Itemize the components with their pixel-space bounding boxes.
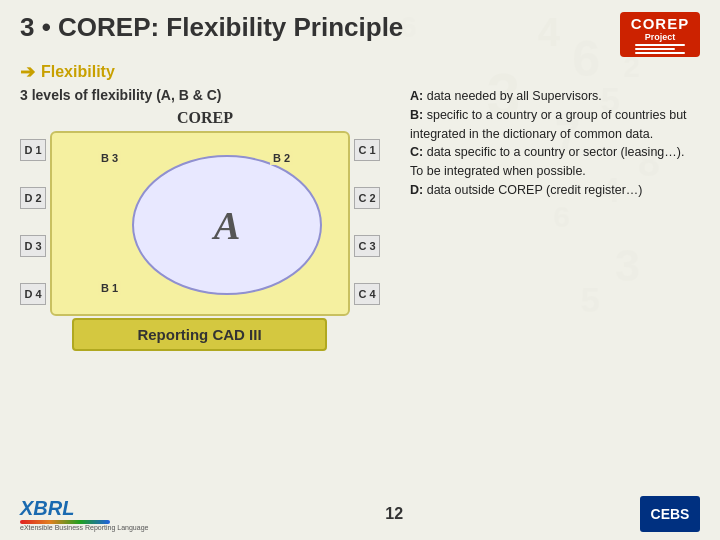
page-content: 3 • COREP: Flexibility Principle COREP P… bbox=[0, 0, 720, 361]
header: 3 • COREP: Flexibility Principle COREP P… bbox=[20, 12, 700, 57]
d3-label: D 3 bbox=[20, 235, 46, 257]
flexibility-diagram: A B 3 B 2 B 1 D 1 D 2 D 3 D 4 C 1 bbox=[20, 131, 380, 351]
d-text-label: D: bbox=[410, 183, 423, 197]
section-heading: 3 levels of flexibility (A, B & C) bbox=[20, 87, 390, 103]
page-number: 12 bbox=[385, 505, 403, 523]
arrow-icon: ➔ bbox=[20, 61, 35, 83]
c-labels: C 1 C 2 C 3 C 4 bbox=[354, 139, 380, 305]
xbrl-logo: XBRL eXtensible Business Reporting Langu… bbox=[20, 497, 148, 531]
b-text-label: B: bbox=[410, 108, 423, 122]
b1-label: B 1 bbox=[98, 281, 121, 295]
a-label: A bbox=[214, 202, 241, 249]
corep-logo: COREP Project bbox=[620, 12, 700, 57]
page-title: 3 • COREP: Flexibility Principle bbox=[20, 12, 403, 43]
c4-label: C 4 bbox=[354, 283, 380, 305]
footer: XBRL eXtensible Business Reporting Langu… bbox=[0, 496, 720, 532]
corep-logo-sub: Project bbox=[645, 32, 676, 42]
d2-label: D 2 bbox=[20, 187, 46, 209]
cebs-logo: CEBS bbox=[640, 496, 700, 532]
c3-label: C 3 bbox=[354, 235, 380, 257]
c1-label: C 1 bbox=[354, 139, 380, 161]
a-text: data needed by all Supervisors. bbox=[427, 89, 602, 103]
yellow-box: A B 3 B 2 B 1 bbox=[50, 131, 350, 316]
b2-label: B 2 bbox=[270, 151, 293, 165]
xbrl-text: XBRL bbox=[20, 497, 74, 520]
b-text: specific to a country or a group of coun… bbox=[410, 108, 687, 141]
arrow-bullet: ➔ Flexibility bbox=[20, 61, 700, 83]
c-text: data specific to a country or sector (le… bbox=[410, 145, 684, 178]
logo-line-3 bbox=[635, 52, 685, 54]
d-text: data outside COREP (credit register…) bbox=[427, 183, 643, 197]
corep-diagram-label: COREP bbox=[20, 109, 390, 127]
logo-line-1 bbox=[635, 44, 685, 46]
xbrl-tagline: eXtensible Business Reporting Language bbox=[20, 524, 148, 531]
logo-lines bbox=[635, 44, 685, 54]
b3-label: B 3 bbox=[98, 151, 121, 165]
reporting-cad-label: Reporting CAD III bbox=[137, 326, 261, 343]
c-text-label: C: bbox=[410, 145, 423, 159]
oval-a: A bbox=[132, 155, 322, 295]
arrow-label: Flexibility bbox=[41, 63, 115, 81]
d1-label: D 1 bbox=[20, 139, 46, 161]
logo-line-2 bbox=[635, 48, 675, 50]
reporting-cad-button[interactable]: Reporting CAD III bbox=[72, 318, 327, 351]
right-text: A: data needed by all Supervisors. B: sp… bbox=[410, 87, 700, 200]
left-column: 3 levels of flexibility (A, B & C) COREP… bbox=[20, 87, 390, 351]
right-column: A: data needed by all Supervisors. B: sp… bbox=[410, 87, 700, 200]
main-content: 3 levels of flexibility (A, B & C) COREP… bbox=[20, 87, 700, 351]
corep-logo-text: COREP bbox=[631, 15, 689, 32]
a-text-label: A: bbox=[410, 89, 423, 103]
d4-label: D 4 bbox=[20, 283, 46, 305]
d-labels: D 1 D 2 D 3 D 4 bbox=[20, 139, 46, 305]
cebs-text: CEBS bbox=[651, 506, 690, 522]
c2-label: C 2 bbox=[354, 187, 380, 209]
